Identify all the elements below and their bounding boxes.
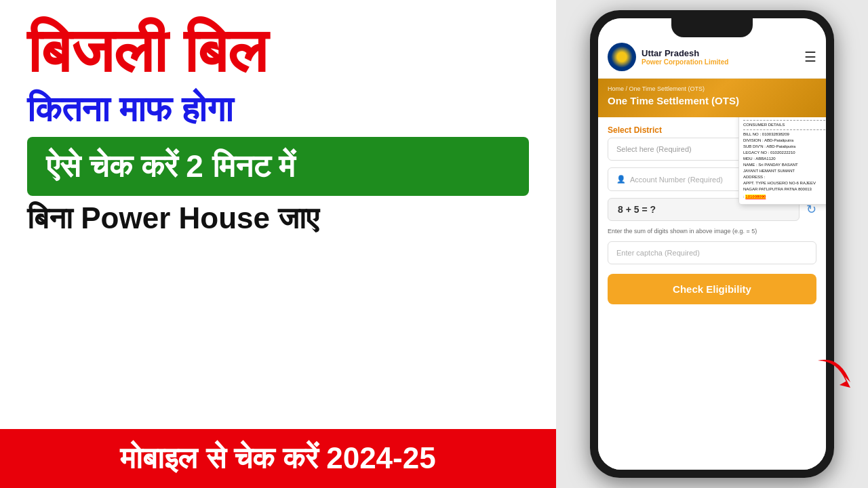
bill-address: ADDRESS : (743, 174, 826, 180)
footer-text: मोबाइल से चेक करें 2024-25 (19, 441, 537, 476)
app-content: बिहार सेवा पर बिजलीघर की सेवाएं SBPDCL E… (598, 117, 826, 470)
breadcrumb: Home / One Time Settlement (OTS) (608, 85, 816, 92)
account-placeholder: Account Number (Required) (630, 176, 723, 184)
app-title-main: Uttar Pradesh (642, 48, 728, 58)
subtitle: कितना माफ होगा (27, 88, 529, 130)
green-banner: ऐसे चेक करें 2 मिनट में (27, 137, 529, 196)
page-header: Home / One Time Settlement (OTS) One Tim… (598, 79, 826, 117)
phone-screen: Uttar Pradesh Power Corporation Limited … (598, 18, 826, 470)
bill-divider4 (743, 129, 826, 130)
bill-division: DIVISION : ABD-Pataliputra (743, 138, 826, 144)
main-title: बिजली बिल (27, 20, 529, 81)
select-district-placeholder: Select here (Required) (616, 145, 692, 153)
page-title: One Time Settlement (OTS) (608, 95, 816, 106)
captcha-input-field[interactable]: Enter captcha (Required) (608, 241, 816, 264)
arrow-overlay (807, 350, 861, 407)
bill-image-overlay: बिहार सेवा पर बिजलीघर की सेवाएं SBPDCL E… (738, 117, 826, 205)
red-arrow-icon (807, 350, 861, 404)
bill-account-row: : 101008090 (743, 194, 826, 200)
green-banner-text: ऐसे चेक करें 2 मिनट में (46, 149, 510, 184)
captcha-hint: Enter the sum of digits shown in above i… (608, 228, 816, 235)
bill-account-highlight: 101008090 (745, 195, 766, 199)
bill-body: ELECTRICITY BILL: OCT-2017 DATE: 11 Oct … (742, 117, 826, 201)
left-panel: बिजली बिल कितना माफ होगा ऐसे चेक करें 2 … (0, 0, 556, 488)
account-icon: 👤 (616, 175, 626, 184)
bill-address2: APPT. TYPE HOUSERO NO-6 RAJEEV (743, 180, 826, 186)
captcha-input-placeholder: Enter captcha (Required) (616, 249, 700, 257)
app-title-sub: Power Corporation Limited (642, 58, 728, 66)
logo-area: Uttar Pradesh Power Corporation Limited (608, 43, 728, 71)
bill-mdu: MDU : ABBA1120 (743, 156, 826, 162)
phone-mockup: Uttar Pradesh Power Corporation Limited … (590, 10, 834, 478)
bill-no: BILL NO : 010032838209 (743, 131, 826, 138)
bill-due: DUE DATE: 26.10.2017 (743, 117, 826, 119)
bill-name: NAME : Sri PANDAY BASANT (743, 162, 826, 168)
app-logo (608, 43, 636, 71)
footer-banner: मोबाइल से चेक करें 2024-25 (0, 429, 556, 488)
bill-divider3 (743, 120, 826, 121)
check-eligibility-button[interactable]: Check Eligibility (608, 274, 816, 304)
hamburger-icon[interactable]: ☰ (804, 49, 816, 65)
bill-address3: NAGAR PATLIPUTRA PATNA 800013 (743, 186, 826, 192)
bill-legacy: LEGACY NO : 01020222210 (743, 150, 826, 156)
bill-subdiv: SUB DIV'N : ABD-Pataliputra (743, 144, 826, 150)
phone-notch (671, 18, 753, 37)
logo-inner (610, 45, 634, 69)
bill-name2: JAYANT HEMANT SUMANT (743, 168, 826, 174)
right-panel: Uttar Pradesh Power Corporation Limited … (556, 0, 868, 488)
app-title-area: Uttar Pradesh Power Corporation Limited (642, 48, 728, 66)
bottom-text: बिना Power House जाए (27, 201, 529, 236)
bill-consumer-label: CONSUMER DETAILS (743, 122, 826, 128)
